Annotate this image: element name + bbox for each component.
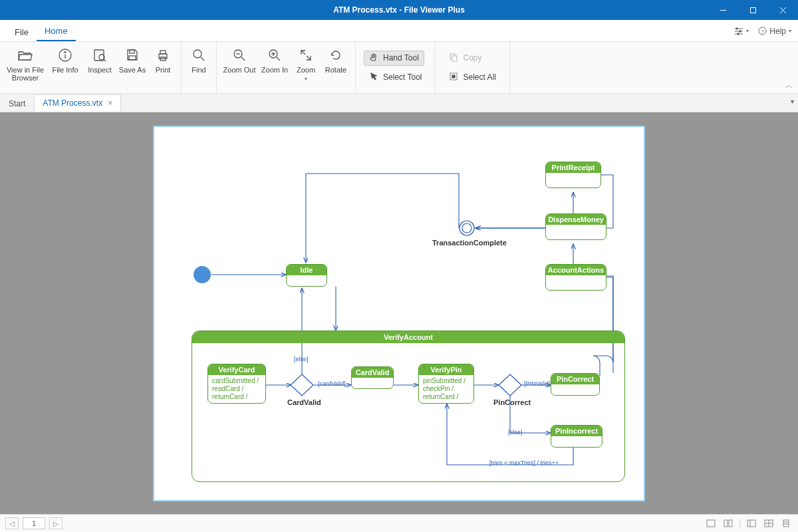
view-in-browser-label: View in File Browser (4, 66, 47, 82)
select-all-button[interactable]: Select All (444, 70, 501, 85)
svg-line-32 (301, 51, 305, 55)
select-tool-button[interactable]: Select Tool (364, 70, 427, 85)
menu-home[interactable]: Home (37, 22, 76, 41)
tabs-overflow-icon[interactable]: ▾ (791, 98, 794, 105)
zoom-out-icon (221, 46, 258, 65)
view-mode-buttons: | (704, 518, 793, 529)
svg-rect-51 (724, 520, 728, 527)
rotate-icon (321, 46, 351, 65)
view-in-browser-button[interactable]: View in File Browser (4, 46, 47, 82)
window-buttons (708, 0, 798, 20)
print-button[interactable]: Print (149, 46, 177, 74)
folder-open-icon (4, 46, 47, 65)
close-button[interactable] (768, 0, 798, 20)
ribbon-toolbar: View in File Browser File Info Inspect S… (0, 42, 798, 94)
save-as-button[interactable]: Save As (116, 46, 149, 74)
svg-rect-18 (130, 50, 134, 53)
svg-rect-21 (160, 51, 166, 54)
print-icon (149, 46, 177, 65)
svg-point-9 (737, 33, 739, 35)
find-button[interactable]: Find (186, 46, 212, 74)
view-mode-2-icon[interactable] (722, 518, 735, 529)
view-mode-1-icon[interactable] (704, 518, 718, 529)
label-pincorrect-diamond: PinCorrect (493, 398, 531, 406)
status-bar: ◁ 1 ▷ | (0, 514, 798, 532)
minimize-button[interactable] (708, 0, 738, 20)
svg-point-47 (194, 266, 211, 283)
zoom-out-button[interactable]: Zoom Out (221, 46, 258, 74)
edge-label-tries: [tries < maxTries] / tries++ (489, 460, 559, 466)
edge-label-else1: [else] (294, 356, 309, 362)
svg-point-14 (65, 52, 66, 53)
svg-rect-1 (751, 7, 756, 13)
svg-rect-58 (783, 520, 789, 527)
label-cardvalid-diamond: CardValid (287, 398, 321, 406)
maximize-button[interactable] (738, 0, 768, 20)
svg-line-24 (201, 57, 204, 61)
svg-line-27 (241, 57, 245, 61)
inspect-icon (84, 46, 116, 65)
collapse-ribbon-icon[interactable]: ︿ (785, 80, 793, 90)
edge-label-cardvalid: [cardValid] (318, 380, 346, 387)
svg-point-49 (462, 223, 471, 233)
svg-line-31 (277, 57, 280, 61)
svg-point-23 (194, 50, 201, 58)
svg-rect-15 (94, 50, 104, 61)
settings-icon[interactable]: ▾ (734, 27, 749, 35)
svg-rect-19 (129, 56, 136, 60)
help-menu[interactable]: ?Help ▾ (758, 27, 791, 36)
state-dispense-money: DispenseMoney (545, 213, 606, 240)
search-icon (186, 46, 212, 65)
copy-icon (449, 53, 458, 64)
page-number-field[interactable]: 1 (23, 517, 45, 529)
tab-close-icon[interactable]: × (108, 98, 112, 108)
svg-rect-50 (707, 520, 715, 527)
state-card-valid: CardValid (351, 366, 394, 389)
state-pin-incorrect: PinIncorrect (551, 425, 602, 448)
document-tabs: Start ATM Process.vtx × ▾ (0, 94, 798, 112)
region-verify-account: VerifyAccount (192, 331, 625, 482)
view-mode-3-icon[interactable] (745, 518, 758, 529)
view-mode-4-icon[interactable] (762, 518, 775, 529)
inspect-button[interactable]: Inspect (84, 46, 116, 74)
menu-file[interactable]: File (7, 23, 37, 41)
rotate-button[interactable]: Rotate (321, 46, 351, 74)
svg-rect-53 (747, 520, 755, 527)
zoom-in-icon (258, 46, 291, 65)
title-bar: ATM Process.vtx - File Viewer Plus (0, 0, 798, 20)
copy-button[interactable]: Copy (444, 51, 487, 66)
state-print-receipt: PrintReceipt (545, 162, 601, 188)
svg-rect-35 (452, 56, 457, 61)
expand-icon (291, 46, 321, 65)
svg-text:?: ? (761, 29, 765, 35)
label-transaction-complete: TransactionComplete (432, 239, 507, 247)
tab-start[interactable]: Start (0, 95, 34, 112)
state-pin-correct: PinCorrect (551, 373, 600, 396)
zoom-button[interactable]: Zoom▾ (291, 46, 321, 83)
file-info-button[interactable]: File Info (47, 46, 84, 74)
save-icon (116, 46, 149, 65)
tab-active-document[interactable]: ATM Process.vtx × (34, 94, 121, 112)
svg-line-33 (307, 56, 311, 60)
canvas-area[interactable]: Idle PrintReceipt DispenseMoney AccountA… (0, 112, 798, 514)
next-page-button[interactable]: ▷ (49, 517, 63, 529)
svg-point-8 (739, 30, 741, 32)
hand-tool-button[interactable]: Hand Tool (364, 51, 424, 66)
state-verify-card: VerifyCard cardSubmitted / readCard / re… (207, 364, 266, 404)
hand-icon (369, 53, 378, 64)
prev-page-button[interactable]: ◁ (5, 517, 19, 529)
window-title: ATM Process.vtx - File Viewer Plus (0, 5, 798, 15)
svg-point-7 (736, 27, 738, 29)
state-verify-pin: VerifyPin pinSubmitted / checkPin / retu… (418, 364, 474, 404)
cursor-icon (369, 72, 378, 83)
svg-point-48 (460, 221, 474, 235)
info-icon (47, 46, 84, 65)
zoom-in-button[interactable]: Zoom In (258, 46, 291, 74)
diagram-page: Idle PrintReceipt DispenseMoney AccountA… (153, 126, 645, 501)
view-mode-5-icon[interactable] (779, 518, 793, 529)
state-account-actions: AccountActions (545, 264, 606, 291)
select-all-icon (449, 72, 458, 83)
menu-bar: File Home ▾ ?Help ▾ (0, 20, 798, 42)
edge-label-pinvalid: [PINValid] (524, 380, 550, 387)
svg-rect-52 (729, 520, 732, 527)
